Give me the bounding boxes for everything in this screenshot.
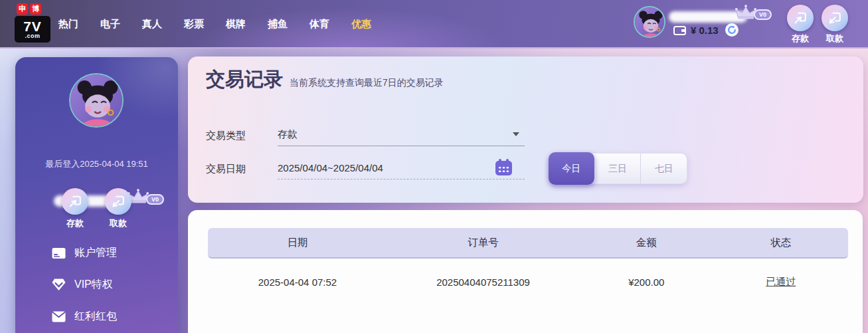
vip-gem-icon bbox=[52, 278, 66, 291]
sidebar-item-vip[interactable]: VIP特权 bbox=[52, 278, 117, 292]
logo-badge-shen: 申 bbox=[17, 3, 28, 15]
page-title-row: 交易记录 当前系统支持查询最近7日的交易记录 bbox=[206, 66, 444, 93]
sidebar-item-account[interactable]: 账户管理 bbox=[52, 246, 117, 260]
sidebar-item-label: VIP特权 bbox=[74, 278, 113, 292]
col-header-status: 状态 bbox=[714, 236, 848, 250]
user-sidebar: V0 最后登入2025-04-04 19:51 存款 取款 账户管理 bbox=[15, 57, 178, 333]
nav-item-cards[interactable]: 棋牌 bbox=[226, 18, 246, 31]
withdraw-icon bbox=[111, 194, 126, 209]
nav-item-hot[interactable]: 热门 bbox=[58, 18, 78, 31]
row-amount: ¥200.00 bbox=[579, 277, 713, 288]
nav-item-fishing[interactable]: 捕鱼 bbox=[268, 18, 288, 31]
user-avatar[interactable] bbox=[634, 6, 665, 38]
status-badge[interactable]: 已通过 bbox=[766, 276, 796, 287]
account-card-icon bbox=[52, 247, 66, 259]
transaction-table-panel: 日期 订单号 金额 状态 2025-04-04 07:52 2025040407… bbox=[188, 210, 863, 333]
sidebar-deposit-button[interactable] bbox=[62, 188, 88, 215]
sidebar-withdraw-button[interactable] bbox=[105, 188, 131, 215]
transaction-type-select[interactable]: 存款 bbox=[278, 124, 525, 146]
avatar-illustration bbox=[70, 74, 124, 128]
date-range-button-group: 今日 三日 七日 bbox=[549, 153, 687, 184]
sidebar-item-label: 红利红包 bbox=[74, 310, 117, 324]
nav-item-lottery[interactable]: 彩票 bbox=[184, 18, 204, 31]
nav-item-promotions[interactable]: 优惠 bbox=[351, 18, 371, 31]
col-header-date: 日期 bbox=[208, 236, 387, 250]
sidebar-item-bonus[interactable]: 红利红包 bbox=[52, 310, 117, 324]
withdraw-icon bbox=[827, 11, 842, 25]
transaction-type-label: 交易类型 bbox=[206, 130, 246, 142]
transaction-date-label: 交易日期 bbox=[206, 163, 246, 175]
sidebar-withdraw-label[interactable]: 取款 bbox=[105, 217, 131, 229]
range-7day-button[interactable]: 七日 bbox=[641, 154, 687, 183]
page-title: 交易记录 bbox=[206, 66, 283, 93]
deposit-icon bbox=[793, 11, 808, 25]
nav-item-sports[interactable]: 体育 bbox=[309, 18, 329, 31]
wallet-icon bbox=[673, 25, 687, 36]
range-today-button[interactable]: 今日 bbox=[549, 152, 595, 185]
table-header-row: 日期 订单号 金额 状态 bbox=[208, 228, 848, 259]
withdraw-label[interactable]: 取款 bbox=[822, 33, 848, 45]
top-navigation-bar: 申 博 7V .com 热门 电子 真人 彩票 棋牌 捕鱼 体育 优惠 bbox=[0, 0, 868, 49]
page-subtitle: 当前系统支持查询最近7日的交易记录 bbox=[290, 77, 444, 89]
balance-amount: ¥ 0.13 bbox=[691, 25, 719, 36]
transaction-date-value: 2025/04/04~2025/04/04 bbox=[278, 162, 383, 173]
vip-level-badge: V0 bbox=[754, 9, 772, 20]
nav-item-live[interactable]: 真人 bbox=[142, 18, 162, 31]
deposit-label[interactable]: 存款 bbox=[787, 33, 814, 45]
last-login-text: 最后登入2025-04-04 19:51 bbox=[15, 158, 178, 170]
transaction-date-input[interactable]: 2025/04/04~2025/04/04 bbox=[278, 157, 525, 179]
row-date: 2025-04-04 07:52 bbox=[208, 277, 387, 288]
transaction-filter-panel: 交易记录 当前系统支持查询最近7日的交易记录 交易类型 存款 交易日期 2025… bbox=[188, 56, 863, 203]
nav-item-slots[interactable]: 电子 bbox=[100, 18, 120, 31]
refresh-balance-icon[interactable] bbox=[725, 23, 738, 37]
deposit-icon bbox=[68, 194, 82, 209]
logo-tld: .com bbox=[25, 33, 40, 39]
sidebar-item-label: 账户管理 bbox=[74, 246, 117, 260]
sidebar-menu: 账户管理 VIP特权 红利红包 bbox=[52, 246, 117, 324]
col-header-order: 订单号 bbox=[387, 236, 579, 250]
red-packet-envelope-icon bbox=[52, 311, 66, 322]
range-3day-button[interactable]: 三日 bbox=[595, 154, 642, 183]
vip-level-badge: V0 bbox=[146, 194, 164, 205]
withdraw-button[interactable] bbox=[822, 5, 848, 31]
logo-box: 7V .com bbox=[15, 16, 50, 43]
calendar-icon[interactable] bbox=[495, 159, 513, 176]
col-header-amount: 金额 bbox=[579, 236, 713, 250]
table-row: 2025-04-04 07:52 20250404075211309 ¥200.… bbox=[208, 259, 848, 305]
site-logo[interactable]: 申 博 7V .com bbox=[15, 3, 52, 43]
avatar-illustration bbox=[635, 7, 665, 38]
main-nav: 热门 电子 真人 彩票 棋牌 捕鱼 体育 优惠 bbox=[58, 0, 371, 49]
deposit-button[interactable] bbox=[787, 5, 814, 31]
chevron-down-icon bbox=[513, 132, 519, 136]
sidebar-avatar[interactable] bbox=[69, 73, 124, 128]
logo-badge-bo: 博 bbox=[30, 3, 41, 15]
logo-name: 7V bbox=[23, 20, 42, 33]
sidebar-deposit-label[interactable]: 存款 bbox=[62, 217, 88, 229]
logo-badges: 申 博 bbox=[17, 3, 52, 15]
row-order-number: 20250404075211309 bbox=[387, 277, 579, 288]
transaction-type-value: 存款 bbox=[278, 128, 298, 141]
